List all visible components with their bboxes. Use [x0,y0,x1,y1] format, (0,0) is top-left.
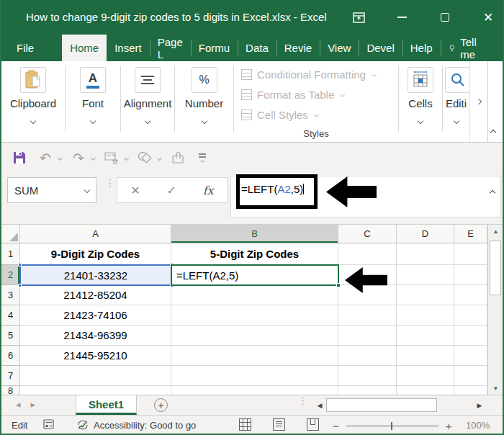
zoom-in-button[interactable]: + [446,420,452,432]
page-break-preview-button[interactable] [307,418,319,431]
zoom-slider[interactable] [346,426,438,426]
tab-view[interactable]: View [320,35,359,61]
horizontal-scrollbar-thumb[interactable] [326,398,437,412]
hscroll-left-button[interactable]: ◀ [314,398,325,412]
tab-page-layout[interactable]: Page L [150,35,191,61]
tab-data[interactable]: Data [238,35,276,61]
ribbon-display-options-button[interactable] [344,9,373,26]
normal-view-button[interactable] [239,418,251,431]
cell-D2[interactable] [397,265,454,285]
column-header-C[interactable]: C [338,225,397,243]
tab-developer[interactable]: Devel [359,35,402,61]
attach-button[interactable] [168,148,187,167]
cell-C7[interactable] [338,366,397,386]
tab-review[interactable]: Revie [276,35,320,61]
selection-handle[interactable] [18,284,22,287]
number-group-button[interactable]: % Number [175,61,233,142]
cell-C5[interactable] [338,326,397,346]
cell-B3[interactable] [171,285,338,305]
expand-formula-bar-button[interactable] [490,185,495,198]
row-header-4[interactable]: 4 [1,305,20,326]
sheet-nav-arrows[interactable]: ◂▸ [16,399,45,410]
cell-E7[interactable] [454,366,487,386]
hscroll-right-button[interactable]: ▶ [474,398,485,412]
cell-B6[interactable] [171,346,338,366]
cell-D1[interactable] [397,243,454,265]
page-layout-view-button[interactable] [273,418,285,431]
cell-B4[interactable] [171,305,338,326]
cell-E8[interactable] [454,386,487,395]
redo-dropdown[interactable] [88,156,98,160]
cancel-button[interactable]: ✕ [130,184,140,197]
macro-record-icon[interactable] [43,419,55,430]
zoom-out-button[interactable]: − [333,420,339,432]
cell-E1[interactable] [454,243,487,265]
row-header-6[interactable]: 6 [1,346,20,366]
zoom-slider-thumb[interactable] [391,422,392,430]
customize-qat-button[interactable] [193,148,212,167]
column-header-E[interactable]: E [454,225,487,243]
cell-B7[interactable] [171,366,338,386]
row-header-3[interactable]: 3 [1,285,20,305]
zoom-level[interactable]: 100% [466,420,490,431]
touch-mouse-mode-dropdown[interactable] [121,156,131,160]
name-box[interactable]: SUM [7,177,96,203]
select-all-corner[interactable] [1,225,20,243]
shapes-button[interactable] [135,148,154,167]
cell-E2[interactable] [454,265,487,285]
new-sheet-button[interactable]: + [154,398,168,412]
cell-A8[interactable] [20,386,171,395]
tab-formulas[interactable]: Formu [191,35,238,61]
column-header-B[interactable]: B [171,225,338,243]
cell-B5[interactable] [171,326,338,346]
undo-button[interactable]: ↶ [36,148,55,167]
cell-E6[interactable] [454,346,487,366]
insert-function-button[interactable]: fx [203,184,214,197]
cell-A6[interactable]: 21445-95210 [20,346,171,366]
fill-handle[interactable] [336,283,341,287]
column-header-A[interactable]: A [20,225,171,243]
vertical-scrollbar-thumb[interactable] [490,241,501,295]
referenced-cell-A2[interactable]: 21401-33232 [19,264,172,286]
editing-group-button[interactable]: Editi [443,61,469,142]
cell-A4[interactable]: 21423-74106 [20,305,171,326]
cell-B1[interactable]: 5-Digit Zip Codes [171,243,338,265]
cell-D7[interactable] [397,366,454,386]
accessibility-status[interactable]: Accessibility: Good to go [94,420,196,431]
row-header-8[interactable]: 8 [1,386,20,395]
cell-A1[interactable]: 9-Digit Zip Codes [20,243,171,265]
cell-C1[interactable] [338,243,397,265]
cell-A3[interactable]: 21412-85204 [20,285,171,305]
row-header-5[interactable]: 5 [1,326,20,346]
cell-A5[interactable]: 21434-96399 [20,326,171,346]
vertical-scrollbar[interactable]: ▲ ▼ [487,225,503,395]
clipboard-group-button[interactable]: Clipboard [1,61,65,142]
share-button[interactable]: Share [499,35,504,61]
cell-C4[interactable] [338,305,397,326]
close-button[interactable]: ✕ [474,9,503,26]
cell-C8[interactable] [338,386,397,395]
cell-E3[interactable] [454,285,487,305]
redo-button[interactable]: ↷ [69,148,88,167]
collapse-ribbon-button[interactable] [487,127,500,138]
active-cell-B2[interactable]: =LEFT(A2,5) [171,264,339,286]
minimize-button[interactable] [387,9,416,26]
cell-B8[interactable] [171,386,338,395]
cell-styles-button[interactable]: Cell Styles [241,108,398,122]
row-header-1[interactable]: 1 [1,243,20,265]
row-header-2[interactable]: 2 [1,265,20,285]
row-header-7[interactable]: 7 [1,366,20,386]
cell-E5[interactable] [454,326,487,346]
column-header-D[interactable]: D [397,225,454,243]
scroll-up-button[interactable]: ▲ [488,225,503,238]
cells-group-button[interactable]: Cells [399,61,442,142]
save-button[interactable] [10,148,29,167]
tab-help[interactable]: Help [402,35,441,61]
tab-insert[interactable]: Insert [107,35,150,61]
cell-D8[interactable] [397,386,454,395]
tab-file[interactable]: File [9,35,42,61]
cell-A7[interactable] [20,366,171,386]
cell-E4[interactable] [454,305,487,326]
shapes-dropdown[interactable] [154,156,164,160]
sheet-tab-sheet1[interactable]: Sheet1 [76,395,137,415]
